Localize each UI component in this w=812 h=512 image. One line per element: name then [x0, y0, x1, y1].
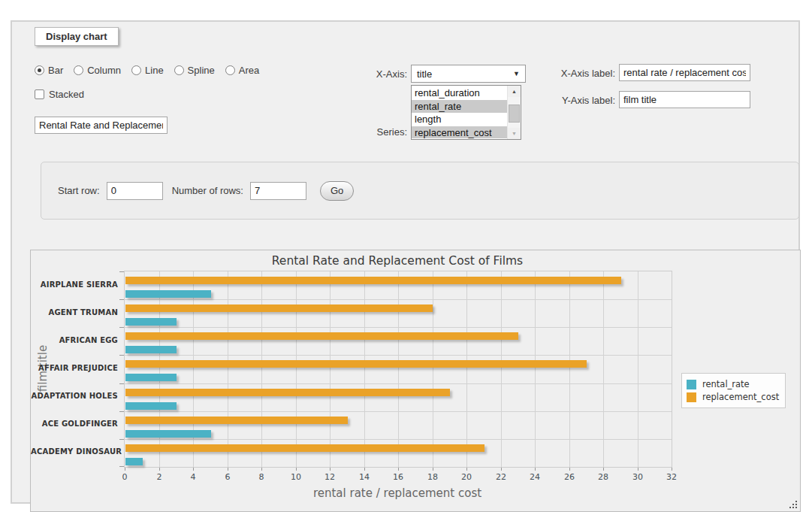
y-tick-mark — [119, 327, 124, 328]
chart-title-input[interactable] — [35, 117, 168, 134]
category-label: AGENT TRUMAN — [31, 308, 118, 317]
radio-label: Area — [239, 65, 259, 76]
go-button[interactable]: Go — [320, 181, 354, 201]
chart-type-radio-group: BarColumnLineSplineArea — [35, 65, 259, 76]
gridline-vertical — [501, 271, 502, 467]
radio-icon[interactable] — [35, 65, 44, 75]
y-axis-label-field-label: Y-Axis label: — [555, 95, 615, 106]
radio-icon[interactable] — [74, 65, 83, 75]
x-tick-label: 14 — [352, 472, 377, 482]
x-tick-mark — [261, 468, 262, 471]
bar-rental_rate — [125, 346, 177, 353]
y-axis-label-input[interactable] — [619, 91, 750, 108]
x-axis-select-label: X-Axis: — [347, 68, 407, 80]
chart-title: Rental Rate and Replacement Cost of Film… — [124, 254, 671, 268]
chart-type-radio-spline[interactable]: Spline — [174, 65, 215, 76]
gridline-vertical — [398, 271, 399, 467]
chart-type-radio-line[interactable]: Line — [131, 65, 164, 76]
series-multiselect[interactable]: rental_durationrental_ratelengthreplacem… — [411, 85, 521, 140]
stacked-checkbox-row[interactable]: Stacked — [35, 89, 84, 100]
chart-type-radio-area[interactable]: Area — [225, 65, 259, 76]
x-tick-mark — [535, 468, 536, 471]
legend-swatch-icon — [687, 392, 696, 402]
radio-label: Column — [87, 65, 121, 76]
series-option-length[interactable]: length — [412, 113, 508, 126]
gridline-vertical — [296, 271, 297, 467]
y-tick-mark — [119, 383, 124, 384]
x-tick-label: 28 — [590, 472, 616, 482]
display-chart-fieldset: BarColumnLineSplineArea Stacked X-Axis: … — [11, 20, 800, 504]
y-tick-mark — [119, 271, 124, 272]
bar-replacement_cost — [125, 417, 348, 424]
x-tick-label: 2 — [146, 472, 172, 482]
x-tick-mark — [193, 468, 194, 471]
x-tick-label: 0 — [112, 472, 137, 482]
bar-rental_rate — [125, 318, 177, 326]
legend-label: replacement_cost — [702, 392, 779, 402]
legend-swatch-icon — [687, 380, 696, 389]
y-tick-mark — [119, 355, 124, 356]
series-scrollbar[interactable]: ▲ ▼ — [507, 86, 521, 139]
category-label: AIRPLANE SIERRA — [31, 280, 118, 289]
page: BarColumnLineSplineArea Stacked X-Axis: … — [0, 0, 812, 512]
x-tick-mark — [296, 468, 297, 471]
bar-replacement_cost — [125, 444, 484, 452]
x-tick-mark — [364, 468, 365, 471]
gridline-horizontal — [125, 411, 672, 412]
series-list-label: Series: — [347, 126, 407, 138]
gridline-vertical — [535, 271, 536, 467]
category-label: ADAPTATION HOLES — [31, 392, 118, 400]
x-tick-mark — [603, 468, 604, 471]
radio-icon[interactable] — [131, 65, 141, 75]
x-tick-mark — [159, 468, 160, 471]
gridline-vertical — [193, 271, 194, 467]
stacked-label: Stacked — [49, 89, 84, 100]
chevron-down-icon: ▼ — [513, 70, 520, 77]
chart-type-radio-column[interactable]: Column — [74, 65, 121, 76]
number-of-rows-label: Number of rows: — [172, 185, 243, 196]
number-of-rows-input[interactable] — [250, 182, 306, 200]
x-tick-mark — [672, 468, 672, 471]
series-option-replacement_cost[interactable]: replacement_cost — [412, 126, 508, 139]
plot-area: 02468101214161820222426283032 — [124, 271, 672, 468]
resize-grip-icon[interactable] — [789, 500, 798, 509]
x-axis-select[interactable]: title ▼ — [411, 65, 526, 83]
start-row-input[interactable] — [107, 182, 163, 200]
stacked-checkbox[interactable] — [35, 89, 44, 99]
radio-icon[interactable] — [174, 65, 184, 75]
chart-legend: rental_ratereplacement_cost — [681, 373, 786, 408]
legend-item-replacement_cost: replacement_cost — [687, 392, 779, 402]
x-tick-label: 12 — [317, 472, 343, 482]
gridline-horizontal — [125, 383, 672, 384]
bar-rental_rate — [125, 430, 211, 438]
x-axis-label-field-label: X-Axis label: — [555, 68, 615, 79]
x-tick-label: 18 — [420, 472, 445, 482]
gridline-horizontal — [125, 355, 672, 356]
gridline-horizontal — [125, 439, 672, 440]
x-tick-label: 6 — [215, 472, 240, 482]
y-tick-mark — [119, 299, 124, 300]
x-tick-mark — [330, 468, 331, 471]
chart-type-radio-bar[interactable]: Bar — [35, 65, 63, 76]
gridline-vertical — [466, 271, 467, 467]
category-label: ACE GOLDFINGER — [31, 420, 118, 428]
radio-icon[interactable] — [225, 65, 235, 75]
gridline-vertical — [638, 271, 638, 467]
x-axis-selected-value: title — [417, 68, 432, 80]
x-tick-label: 4 — [180, 472, 206, 482]
x-tick-label: 24 — [522, 472, 548, 482]
legend-item-rental_rate: rental_rate — [687, 379, 779, 389]
fieldset-legend: Display chart — [35, 27, 119, 46]
y-tick-mark — [119, 466, 124, 467]
series-option-rental_duration[interactable]: rental_duration — [412, 86, 508, 100]
scrollbar-thumb[interactable] — [509, 105, 520, 123]
series-option-rental_rate[interactable]: rental_rate — [412, 100, 508, 114]
x-tick-label: 16 — [385, 472, 411, 482]
bar-replacement_cost — [125, 332, 518, 340]
scroll-up-icon[interactable]: ▲ — [508, 86, 521, 97]
x-axis-label-input[interactable] — [619, 64, 750, 81]
gridline-vertical — [330, 271, 331, 467]
scroll-down-icon[interactable]: ▼ — [508, 128, 521, 139]
x-tick-label: 26 — [557, 472, 582, 482]
chart-x-axis-title: rental rate / replacement cost — [124, 486, 671, 500]
